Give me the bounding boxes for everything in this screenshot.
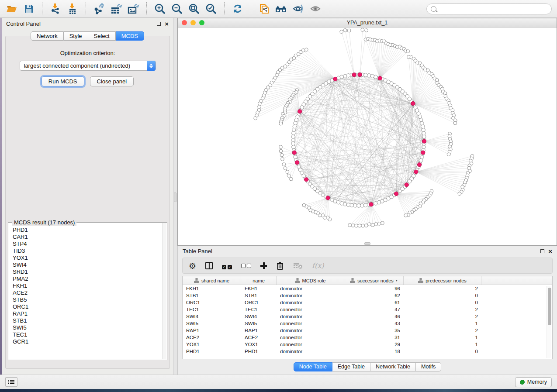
result-node[interactable]: TEC1: [13, 331, 163, 338]
tab-mcds[interactable]: MCDS: [116, 31, 144, 41]
dominator-node[interactable]: [411, 102, 415, 106]
search-network-button[interactable]: [275, 2, 288, 15]
dominator-node[interactable]: [326, 196, 330, 200]
save-session-button[interactable]: [22, 2, 35, 15]
show-columns-button[interactable]: [205, 261, 213, 271]
dominator-node[interactable]: [417, 163, 421, 167]
dominator-node[interactable]: [292, 151, 296, 155]
dominator-node[interactable]: [295, 161, 299, 165]
add-row-button[interactable]: [260, 261, 267, 271]
zoom-fit-button[interactable]: [187, 2, 201, 15]
column-header-predecessor-nodes[interactable]: predecessor nodes: [404, 276, 481, 285]
result-node[interactable]: RAP1: [13, 310, 163, 317]
dominator-node[interactable]: [394, 192, 398, 196]
dominator-node[interactable]: [422, 139, 426, 143]
dominator-node[interactable]: [421, 151, 425, 155]
cell-shared-name: STB1: [183, 293, 241, 298]
result-node[interactable]: ACE2: [13, 289, 163, 296]
table-row[interactable]: ACE2ACE2connector311: [183, 334, 552, 341]
close-table-panel-icon[interactable]: ×: [548, 249, 552, 253]
result-node[interactable]: CAR1: [13, 234, 163, 241]
result-node[interactable]: SRD1: [13, 268, 163, 275]
tab-style[interactable]: Style: [64, 31, 88, 41]
table-scrollbar-thumb[interactable]: [548, 288, 551, 325]
deselect-all-button[interactable]: [241, 261, 251, 271]
column-header-successor-nodes[interactable]: successor nodes▾: [344, 276, 404, 285]
table-row[interactable]: TEC1TEC1connector472: [183, 306, 552, 313]
zoom-selected-button[interactable]: [204, 2, 218, 15]
horizontal-splitter-handle[interactable]: [364, 242, 370, 245]
result-node[interactable]: PMA2: [13, 275, 163, 282]
table-settings-button[interactable]: ⚙: [189, 261, 196, 271]
open-file-button[interactable]: [5, 2, 18, 15]
tab-edge-table[interactable]: Edge Table: [332, 362, 370, 371]
close-panel-button[interactable]: Close panel: [90, 76, 134, 86]
table-row[interactable]: RAP1RAP1dominator352: [183, 327, 552, 334]
tab-select[interactable]: Select: [88, 31, 116, 41]
dominator-node[interactable]: [352, 73, 356, 77]
dominator-node[interactable]: [333, 77, 337, 81]
dominator-node[interactable]: [414, 170, 418, 174]
export-image-button[interactable]: [127, 2, 140, 15]
import-table-button[interactable]: [66, 2, 79, 15]
tab-network-table[interactable]: Network Table: [370, 362, 416, 371]
zoom-out-button[interactable]: [170, 2, 183, 15]
result-node[interactable]: STB5: [13, 296, 163, 303]
result-node[interactable]: PHD1: [13, 227, 163, 234]
result-node[interactable]: STB1: [13, 317, 163, 324]
close-panel-icon[interactable]: ×: [165, 22, 169, 26]
network-canvas[interactable]: [178, 28, 557, 245]
zoom-in-button[interactable]: [153, 2, 166, 15]
vertical-splitter[interactable]: [173, 18, 177, 375]
column-header-shared-name[interactable]: shared name: [183, 276, 241, 285]
export-network-button[interactable]: [93, 2, 106, 15]
result-node[interactable]: SWI5: [13, 324, 163, 331]
result-node[interactable]: TID3: [13, 248, 163, 254]
table-row[interactable]: ORC1ORC1dominator610: [183, 299, 552, 306]
export-table-button[interactable]: [110, 2, 123, 15]
show-all-button[interactable]: [309, 2, 322, 15]
table-row[interactable]: STB1STB1dominator620: [183, 292, 552, 299]
dominator-node[interactable]: [405, 183, 408, 187]
tab-motifs[interactable]: Motifs: [416, 362, 441, 371]
splitter-handle[interactable]: [174, 193, 176, 202]
column-header-name[interactable]: name: [241, 276, 277, 285]
memory-button[interactable]: Memory: [515, 377, 552, 387]
table-row[interactable]: PHD1PHD1dominator180: [183, 348, 552, 355]
float-panel-icon[interactable]: [157, 22, 161, 26]
dominator-node[interactable]: [304, 178, 308, 182]
refresh-view-button[interactable]: [231, 2, 244, 15]
run-mcds-button[interactable]: Run MCDS: [42, 76, 84, 86]
table-row[interactable]: YOX1YOX1connector291: [183, 341, 552, 348]
dominator-node[interactable]: [298, 110, 302, 113]
result-node[interactable]: FKH1: [13, 282, 163, 289]
table-row[interactable]: SWI4SWI4dominator462: [183, 313, 552, 320]
result-node[interactable]: GCR1: [13, 338, 163, 345]
select-all-button[interactable]: ✓✓: [222, 261, 232, 271]
result-scrollbar[interactable]: [162, 223, 166, 359]
table-row[interactable]: SWI5SWI5connector431: [183, 320, 552, 327]
column-header-mcds-role[interactable]: MCDS role: [277, 276, 344, 285]
dominator-node[interactable]: [358, 72, 362, 76]
tab-node-table[interactable]: Node Table: [294, 362, 332, 371]
float-table-panel-icon[interactable]: [540, 249, 544, 253]
tab-network[interactable]: Network: [31, 31, 64, 41]
result-node[interactable]: ORC1: [13, 303, 163, 310]
dominator-node[interactable]: [378, 76, 382, 80]
search-input[interactable]: [439, 6, 547, 12]
export-network-icon: [93, 3, 105, 14]
hide-others-button[interactable]: [292, 2, 305, 15]
dominator-node[interactable]: [369, 203, 373, 206]
network-graph[interactable]: [178, 28, 557, 245]
result-node[interactable]: YOX1: [13, 254, 163, 261]
copy-style-button[interactable]: [258, 2, 271, 15]
table-row[interactable]: FKH1FKH1dominator962: [183, 285, 552, 292]
result-node[interactable]: STP4: [13, 241, 163, 248]
criterion-dropdown[interactable]: largest connected component (undirected): [20, 61, 156, 71]
task-history-button[interactable]: [5, 377, 17, 387]
result-node[interactable]: SWI4: [13, 261, 163, 268]
import-network-button[interactable]: [49, 2, 62, 15]
network-titlebar[interactable]: YPA_prune.txt_1: [178, 18, 557, 28]
table-scrollbar[interactable]: [547, 286, 551, 358]
delete-row-button[interactable]: [276, 261, 284, 271]
